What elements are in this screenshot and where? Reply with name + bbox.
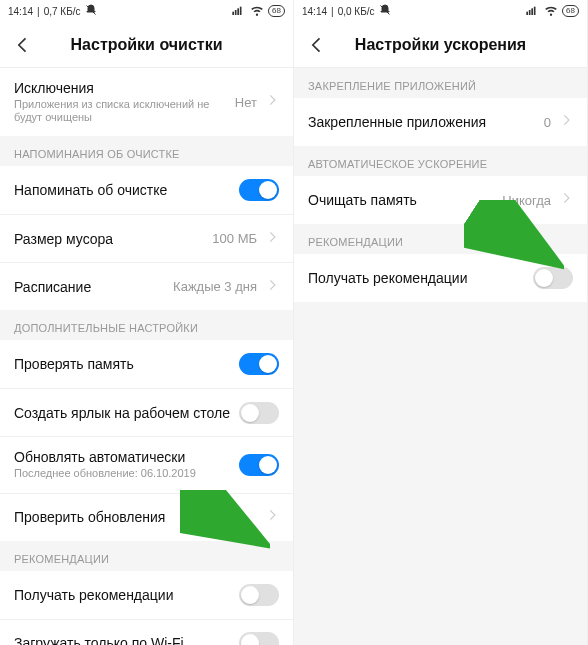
- schedule-label: Расписание: [14, 279, 91, 295]
- remind-toggle[interactable]: [239, 179, 279, 201]
- svg-rect-3: [240, 7, 242, 15]
- dnd-icon: [379, 4, 391, 18]
- status-time: 14:14: [302, 6, 327, 17]
- back-button[interactable]: [8, 35, 38, 55]
- wifi-only-row[interactable]: Загружать только по Wi-Fi: [0, 619, 293, 645]
- section-auto: АВТОМАТИЧЕСКОЕ УСКОРЕНИЕ: [294, 146, 587, 176]
- signal-icon: [526, 5, 540, 17]
- shortcut-toggle[interactable]: [239, 402, 279, 424]
- get-recs-label: Получать рекомендации: [308, 270, 467, 286]
- auto-update-sub: Последнее обновление: 06.10.2019: [14, 467, 239, 480]
- section-pinned: ЗАКРЕПЛЕНИЕ ПРИЛОЖЕНИЙ: [294, 68, 587, 98]
- status-speed: 0,7 КБ/с: [44, 6, 81, 17]
- wifi-only-label: Загружать только по Wi-Fi: [14, 635, 184, 645]
- pinned-apps-value: 0: [544, 115, 551, 130]
- svg-rect-6: [526, 12, 528, 15]
- get-recs-toggle[interactable]: [239, 584, 279, 606]
- remind-label: Напоминать об очистке: [14, 182, 167, 198]
- auto-update-row[interactable]: Обновлять автоматически Последнее обновл…: [0, 436, 293, 492]
- chevron-right-icon: [559, 191, 573, 209]
- svg-rect-7: [529, 10, 531, 15]
- shortcut-label: Создать ярлык на рабочем столе: [14, 405, 230, 421]
- wifi-only-toggle[interactable]: [239, 632, 279, 645]
- check-memory-row[interactable]: Проверять память: [0, 340, 293, 388]
- pinned-apps-row[interactable]: Закрепленные приложения 0: [294, 98, 587, 146]
- auto-update-toggle[interactable]: [239, 454, 279, 476]
- header: Настройки ускорения: [294, 22, 587, 68]
- svg-rect-2: [237, 8, 239, 15]
- chevron-right-icon: [265, 230, 279, 248]
- section-recs: РЕКОМЕНДАЦИИ: [0, 541, 293, 571]
- chevron-right-icon: [265, 278, 279, 296]
- check-memory-label: Проверять память: [14, 356, 134, 372]
- trash-size-label: Размер мусора: [14, 231, 113, 247]
- status-bar: 14:14 | 0,0 КБ/с 68: [294, 0, 587, 22]
- wifi-icon: [544, 3, 558, 19]
- svg-rect-0: [232, 12, 234, 15]
- get-recs-label: Получать рекомендации: [14, 587, 173, 603]
- wifi-icon: [250, 3, 264, 19]
- signal-icon: [232, 5, 246, 17]
- clear-memory-label: Очищать память: [308, 192, 417, 208]
- schedule-row[interactable]: Расписание Каждые 3 дня: [0, 262, 293, 310]
- clear-memory-row[interactable]: Очищать память Никогда: [294, 176, 587, 224]
- section-reminders: НАПОМИНАНИЯ ОБ ОЧИСТКЕ: [0, 136, 293, 166]
- back-button[interactable]: [302, 35, 332, 55]
- exclusions-label: Исключения: [14, 80, 235, 96]
- get-recs-toggle[interactable]: [533, 267, 573, 289]
- pinned-apps-label: Закрепленные приложения: [308, 114, 486, 130]
- status-time: 14:14: [8, 6, 33, 17]
- schedule-value: Каждые 3 дня: [173, 279, 257, 294]
- chevron-right-icon: [265, 508, 279, 526]
- page-title: Настройки очистки: [38, 36, 285, 54]
- auto-update-label: Обновлять автоматически: [14, 449, 239, 465]
- clear-memory-value: Никогда: [502, 193, 551, 208]
- check-memory-toggle[interactable]: [239, 353, 279, 375]
- exclusions-sub: Приложения из списка исключений не будут…: [14, 98, 235, 124]
- page-title: Настройки ускорения: [332, 36, 579, 54]
- chevron-right-icon: [559, 113, 573, 131]
- exclusions-row[interactable]: Исключения Приложения из списка исключен…: [0, 68, 293, 136]
- trash-size-row[interactable]: Размер мусора 100 МБ: [0, 214, 293, 262]
- svg-rect-8: [531, 8, 533, 15]
- get-recs-row[interactable]: Получать рекомендации: [294, 254, 587, 302]
- svg-rect-9: [534, 7, 536, 15]
- content-scroll[interactable]: Исключения Приложения из списка исключен…: [0, 68, 293, 645]
- content-scroll[interactable]: ЗАКРЕПЛЕНИЕ ПРИЛОЖЕНИЙ Закрепленные прил…: [294, 68, 587, 645]
- section-additional: ДОПОЛНИТЕЛЬНЫЕ НАСТРОЙКИ: [0, 310, 293, 340]
- remind-row[interactable]: Напоминать об очистке: [0, 166, 293, 214]
- status-bar: 14:14 | 0,7 КБ/с 68: [0, 0, 293, 22]
- exclusions-value: Нет: [235, 95, 257, 110]
- get-recs-row[interactable]: Получать рекомендации: [0, 571, 293, 619]
- header: Настройки очистки: [0, 22, 293, 68]
- shortcut-row[interactable]: Создать ярлык на рабочем столе: [0, 388, 293, 436]
- battery-icon: 68: [268, 5, 285, 17]
- check-updates-row[interactable]: Проверить обновления: [0, 493, 293, 541]
- dnd-icon: [85, 4, 97, 18]
- svg-rect-1: [235, 10, 237, 15]
- phone-right: 14:14 | 0,0 КБ/с 68 Настройки ускорения …: [294, 0, 588, 645]
- section-recs: РЕКОМЕНДАЦИИ: [294, 224, 587, 254]
- status-speed: 0,0 КБ/с: [338, 6, 375, 17]
- check-updates-label: Проверить обновления: [14, 509, 165, 525]
- battery-icon: 68: [562, 5, 579, 17]
- trash-size-value: 100 МБ: [212, 231, 257, 246]
- phone-left: 14:14 | 0,7 КБ/с 68 Настройки очистки Ис…: [0, 0, 294, 645]
- chevron-right-icon: [265, 93, 279, 111]
